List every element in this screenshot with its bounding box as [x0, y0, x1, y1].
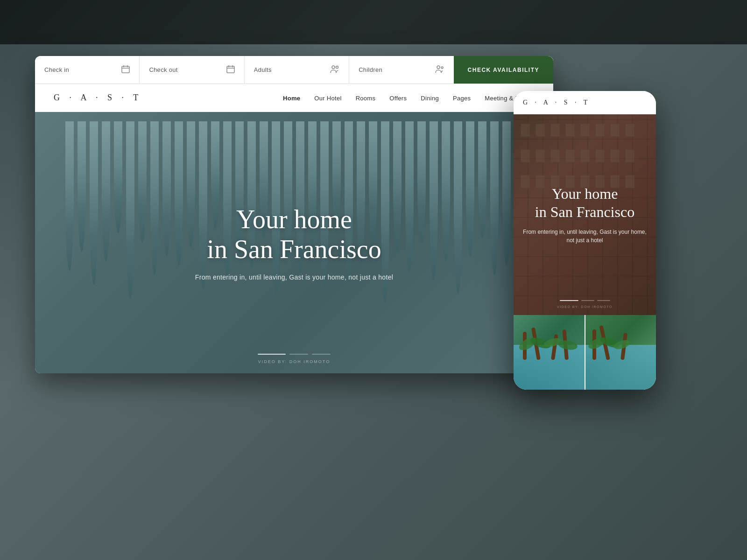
hero-section: Your home in San Francisco From entering… [35, 112, 553, 373]
nav-offers[interactable]: Offers [389, 95, 407, 102]
mobile-hero-title: Your home in San Francisco [523, 185, 647, 221]
mobile-progress [560, 300, 610, 301]
desktop-logo: G · A · S · T [54, 93, 142, 103]
desktop-mockup: Check in Check out [35, 56, 553, 373]
hero-video-credit: VIDEO BY: DOH IROMOTO [258, 359, 330, 364]
mobile-mockup: G · A · S · T [514, 91, 656, 390]
children-icon [435, 65, 444, 75]
nav-pages[interactable]: Pages [453, 95, 471, 102]
check-out-field[interactable]: Check out [140, 56, 244, 84]
navbar: G · A · S · T Home Our Hotel Rooms Offer… [35, 84, 553, 112]
progress-dot-2 [289, 354, 308, 355]
nav-our-hotel[interactable]: Our Hotel [314, 95, 341, 102]
svg-rect-0 [122, 66, 129, 73]
progress-dot-1 [258, 354, 286, 355]
top-bar [0, 0, 747, 44]
progress-dot-3 [312, 354, 331, 355]
nav-rooms[interactable]: Rooms [356, 95, 376, 102]
check-in-label: Check in [44, 66, 69, 73]
mobile-video-credit: VIDEO BY: DOH IROMOTO [557, 305, 613, 308]
nav-dining[interactable]: Dining [421, 95, 439, 102]
mobile-hero-content: Your home in San Francisco From entering… [514, 185, 656, 245]
check-in-field[interactable]: Check in [35, 56, 140, 84]
hero-title: Your home in San Francisco [195, 204, 393, 265]
nav-home[interactable]: Home [283, 95, 300, 102]
svg-point-8 [332, 66, 335, 69]
hero-subtitle: From entering in, until leaving, Gast is… [195, 273, 393, 281]
mobile-hero: Your home in San Francisco From entering… [514, 114, 656, 315]
calendar-icon [121, 65, 130, 75]
calendar-icon-2 [226, 65, 235, 75]
mobile-progress-dot-2 [581, 300, 594, 301]
check-out-label: Check out [149, 66, 177, 73]
nav-menu: Home Our Hotel Rooms Offers Dining Pages… [283, 94, 535, 102]
svg-rect-4 [227, 66, 234, 73]
mobile-progress-dot-3 [597, 300, 610, 301]
svg-point-11 [441, 67, 443, 69]
mobile-logo: G · A · S · T [523, 99, 590, 106]
mobile-photos [514, 315, 656, 390]
mobile-photo-2 [585, 315, 656, 390]
children-field[interactable]: Children [349, 56, 453, 84]
children-label: Children [359, 66, 382, 73]
adults-icon [330, 65, 339, 75]
svg-point-10 [437, 66, 440, 69]
adults-label: Adults [254, 66, 272, 73]
mobile-hero-subtitle: From entering in, until leaving, Gast is… [523, 228, 647, 245]
booking-bar: Check in Check out [35, 56, 553, 84]
hero-progress [258, 354, 331, 355]
mobile-progress-dot-1 [560, 300, 578, 301]
mobile-header: G · A · S · T [514, 91, 656, 114]
svg-point-9 [336, 66, 338, 68]
adults-field[interactable]: Adults [245, 56, 349, 84]
hero-content: Your home in San Francisco From entering… [195, 204, 393, 281]
check-availability-button[interactable]: CHECK AVAILABILITY [454, 56, 553, 84]
mobile-photo-1 [514, 315, 585, 390]
